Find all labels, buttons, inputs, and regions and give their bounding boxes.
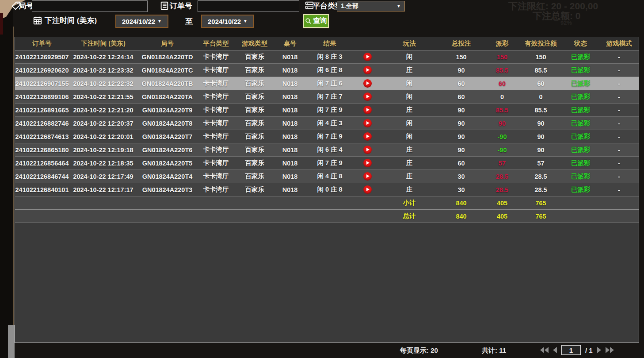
page-input[interactable]	[561, 345, 581, 355]
cell-bet: 90	[438, 130, 484, 143]
cell-time: 2024-10-22 12:18:35	[69, 157, 137, 169]
cell-play: 闲	[381, 50, 438, 63]
cell-valid: 57	[520, 157, 562, 169]
play-icon[interactable]	[363, 119, 372, 127]
cell-round: GN01824A220T6	[137, 143, 197, 156]
cell-bet: 30	[438, 183, 484, 196]
table-row[interactable]: 2410221269206202024-10-22 12:23:32GN0182…	[15, 64, 639, 77]
cell-table: N018	[274, 143, 305, 156]
cell-result: 闲 7 庄 9	[305, 157, 354, 169]
platform-select-value: 1.全部	[341, 2, 358, 10]
table-row[interactable]: 2410221269071552024-10-22 12:22:32GN0182…	[15, 77, 639, 90]
cell-mode: -	[599, 90, 639, 103]
background-line	[13, 27, 14, 325]
cell-mode: -	[599, 183, 639, 196]
table-row[interactable]: 2410221268651802024-10-22 12:19:18GN0182…	[15, 143, 639, 157]
cell-bet: 90	[438, 143, 484, 156]
subtotal-label: 小计	[381, 196, 438, 209]
date-range-to-label: 至	[185, 16, 193, 27]
round-input[interactable]	[32, 0, 148, 12]
cell-platform: 卡卡湾厅	[197, 183, 235, 196]
caret-down-icon: ▼	[396, 4, 401, 8]
cell-platform: 卡卡湾厅	[197, 130, 235, 143]
cell-result: 闲 8 庄 3	[305, 50, 354, 63]
play-icon[interactable]	[363, 185, 372, 194]
cell-time: 2024-10-22 12:21:55	[69, 90, 137, 103]
next-page-button[interactable]	[597, 347, 601, 353]
caret-down-icon: ▼	[243, 19, 248, 23]
cell-order: 241022126840101	[15, 183, 69, 196]
date-from-value: 2024/10/22	[122, 18, 155, 25]
search-button[interactable]: 查询	[303, 14, 329, 28]
cell-bet: 30	[438, 170, 484, 183]
table-row[interactable]: 2410221268916652024-10-22 12:21:20GN0182…	[15, 104, 639, 117]
cell-round: GN01824A220T8	[137, 117, 197, 130]
cell-game: 百家乐	[235, 104, 274, 116]
cell-replay	[354, 130, 381, 143]
prev-page-button[interactable]	[553, 347, 557, 353]
table-row[interactable]: 2410221268827462024-10-22 12:20:37GN0182…	[15, 117, 639, 130]
cell-game: 百家乐	[235, 50, 274, 63]
cell-time: 2024-10-22 12:17:17	[69, 183, 137, 196]
cell-status: 已派彩	[562, 157, 599, 169]
order-filter-label: 订单号	[170, 1, 192, 11]
column-header: 下注时间 (美东)	[69, 37, 137, 50]
cell-status: 已派彩	[562, 183, 599, 196]
platform-select[interactable]: 1.全部 ▼	[337, 1, 405, 12]
subtotal-payout: 405	[484, 196, 520, 209]
date-to-picker[interactable]: 2024/10/22 ▼	[201, 15, 254, 28]
column-header: 订单号	[15, 37, 69, 50]
play-icon[interactable]	[363, 66, 372, 74]
table-row[interactable]: 2410221268467442024-10-22 12:17:49GN0182…	[15, 170, 639, 183]
cell-game: 百家乐	[235, 170, 274, 183]
cell-replay	[354, 143, 381, 156]
cell-order: 241022126891665	[15, 104, 69, 116]
cell-payout: 150	[484, 50, 520, 63]
play-icon[interactable]	[363, 132, 372, 141]
empty-cell	[197, 196, 235, 209]
cell-valid: 85.5	[520, 104, 562, 116]
table-row[interactable]: 2410221268564642024-10-22 12:18:35GN0182…	[15, 157, 639, 170]
play-icon[interactable]	[363, 106, 372, 114]
calendar-icon	[33, 15, 42, 25]
play-icon[interactable]	[363, 172, 372, 181]
play-icon[interactable]	[363, 159, 372, 167]
empty-cell	[274, 210, 305, 223]
cell-time: 2024-10-22 12:23:32	[69, 64, 137, 77]
cell-play: 庄	[381, 64, 438, 77]
cell-game: 百家乐	[235, 117, 274, 130]
table-header-row: 订单号下注时间 (美东)局号平台类型游戏类型桌号结果玩法总投注派彩有效投注额状态…	[15, 37, 639, 50]
table-row[interactable]: 2410221268401012024-10-22 12:17:17GN0182…	[15, 183, 639, 196]
cell-status: 已派彩	[562, 90, 599, 103]
cell-payout: 28.5	[484, 183, 520, 196]
table-row[interactable]: 2410221268991062024-10-22 12:21:55GN0182…	[15, 90, 639, 104]
cell-time: 2024-10-22 12:17:49	[69, 170, 137, 183]
empty-cell	[137, 210, 197, 223]
table-row[interactable]: 2410221268746132024-10-22 12:20:01GN0182…	[15, 130, 639, 143]
last-page-button[interactable]	[606, 347, 614, 353]
cell-play: 庄	[381, 143, 438, 156]
cell-payout: 90	[484, 117, 520, 130]
cell-table: N018	[274, 130, 305, 143]
order-input[interactable]	[198, 0, 299, 12]
play-icon[interactable]	[363, 146, 372, 154]
cell-result: 闲 7 庄 9	[305, 130, 354, 143]
cell-bet: 60	[438, 77, 484, 90]
column-header: 桌号	[274, 37, 305, 50]
cell-status: 已派彩	[562, 170, 599, 183]
cell-play: 庄	[381, 183, 438, 196]
table-row[interactable]: 2410221269295072024-10-22 12:24:14GN0182…	[15, 50, 639, 64]
first-page-button[interactable]	[540, 347, 549, 353]
cell-bet: 60	[438, 90, 484, 103]
cell-mode: -	[599, 170, 639, 183]
cell-replay	[354, 64, 381, 77]
date-from-picker[interactable]: 2024/10/22 ▼	[115, 15, 168, 28]
play-icon[interactable]	[363, 53, 372, 61]
cell-valid: 0	[520, 90, 562, 103]
play-icon[interactable]	[363, 92, 372, 101]
cell-time: 2024-10-22 12:21:20	[69, 104, 137, 116]
cell-valid: 90	[520, 117, 562, 130]
cell-valid: 28.5	[520, 170, 562, 183]
cell-time: 2024-10-22 12:22:32	[69, 77, 137, 90]
play-icon[interactable]	[363, 79, 372, 88]
